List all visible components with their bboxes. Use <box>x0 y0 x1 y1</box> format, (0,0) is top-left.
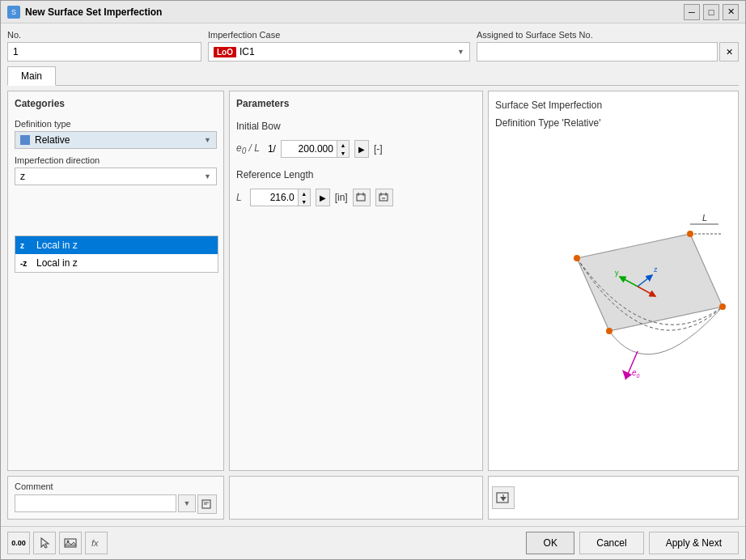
maximize-button[interactable]: □ <box>703 4 719 20</box>
def-type-value: Relative <box>35 134 204 146</box>
eo-label: e0 / L <box>236 142 260 155</box>
footer-btn-fx[interactable]: fx <box>85 532 108 554</box>
main-panel: Categories Definition type Relative ▼ Im… <box>7 91 739 471</box>
apply-next-button[interactable]: Apply & Next <box>649 532 739 554</box>
surface-diagram: L <box>496 185 731 412</box>
cursor-icon <box>38 537 51 549</box>
eo-arrow-btn[interactable]: ▶ <box>354 140 369 158</box>
l-icon-btn1[interactable] <box>353 189 371 206</box>
cancel-button[interactable]: Cancel <box>579 532 643 554</box>
initial-bow-label: Initial Bow <box>236 121 476 132</box>
middle-panel: Parameters Initial Bow e0 / L 1/ ▲ ▼ ▶ [… <box>229 91 483 471</box>
no-label: No. <box>7 30 201 40</box>
dropdown-item-z-local[interactable]: z Local in z <box>15 236 218 254</box>
svg-marker-35 <box>65 542 76 545</box>
eo-unit: [-] <box>374 143 383 155</box>
z-label: Local in z <box>36 240 78 251</box>
dropdown-item-neg-z-local[interactable]: -z Local in z <box>15 254 218 272</box>
comment-section: Comment ▼ <box>7 476 224 520</box>
svg-text:y: y <box>615 269 619 277</box>
svg-marker-21 <box>622 370 632 380</box>
dir-value: z <box>20 171 204 182</box>
title-bar: S New Surface Set Imperfection ─ □ ✕ <box>1 1 745 23</box>
def-type-select[interactable]: Relative ▼ <box>15 131 217 149</box>
comment-dropdown-arrow[interactable]: ▼ <box>178 494 196 512</box>
assigned-clear-button[interactable]: ✕ <box>719 42 739 62</box>
assigned-input[interactable] <box>477 42 718 62</box>
l-spin-down[interactable]: ▼ <box>299 197 310 206</box>
assigned-field-group: Assigned to Surface Sets No. ✕ <box>477 30 739 62</box>
l-input[interactable] <box>250 189 299 206</box>
svg-text:z: z <box>654 265 658 274</box>
footer-btn-numbers[interactable]: 0.00 <box>7 532 30 554</box>
comment-icon-btn[interactable] <box>197 494 217 514</box>
parameters-header: Parameters <box>236 98 476 109</box>
diagram-area: L <box>495 134 731 464</box>
info-line2: Definition Type 'Relative' <box>495 116 731 130</box>
comment-input[interactable] <box>15 494 176 512</box>
l-arrow-btn[interactable]: ▶ <box>316 189 330 206</box>
l-icon-btn2[interactable] <box>375 189 393 206</box>
l-spin-up[interactable]: ▲ <box>299 189 310 197</box>
z-icon: z <box>20 241 32 250</box>
app-icon: S <box>7 6 20 19</box>
svg-text:L: L <box>702 213 707 223</box>
left-panel: Categories Definition type Relative ▼ Im… <box>7 91 224 471</box>
bottom-area: Comment ▼ <box>7 476 739 520</box>
l-unit: [in] <box>335 192 348 203</box>
l-spin-buttons: ▲ ▼ <box>299 189 311 206</box>
content-area: No. Imperfection Case LoO IC1 ▼ Assigned… <box>1 23 745 526</box>
ic-badge: LoO <box>214 47 236 57</box>
eo-spin-down[interactable]: ▼ <box>337 149 349 157</box>
assigned-input-row: ✕ <box>477 42 739 62</box>
def-type-section: Definition type Relative ▼ <box>15 119 217 149</box>
imperfection-dir-label: Imperfection direction <box>15 155 217 165</box>
eo-row: e0 / L 1/ ▲ ▼ ▶ [-] <box>236 140 476 158</box>
diagram-export-btn[interactable] <box>492 486 515 509</box>
comment-input-row: ▼ <box>15 494 217 514</box>
def-type-label: Definition type <box>15 119 217 129</box>
main-window: S New Surface Set Imperfection ─ □ ✕ No.… <box>0 0 746 560</box>
ok-button[interactable]: OK <box>526 532 574 554</box>
ic-field-group: Imperfection Case LoO IC1 ▼ <box>208 30 470 62</box>
tab-bar: Main <box>7 66 739 86</box>
svg-point-13 <box>719 303 726 310</box>
svg-point-12 <box>687 231 693 237</box>
neg-z-icon: -z <box>20 259 32 268</box>
window-title: New Surface Set Imperfection <box>25 6 679 18</box>
top-fields: No. Imperfection Case LoO IC1 ▼ Assigned… <box>7 30 739 62</box>
no-field-group: No. <box>7 30 201 62</box>
dir-arrow: ▼ <box>204 172 211 180</box>
ref-length-label: Reference Length <box>236 169 476 180</box>
fraction-label: 1/ <box>268 143 276 155</box>
eo-input[interactable] <box>281 140 337 158</box>
footer-btn-a[interactable] <box>33 532 56 554</box>
eo-spin-up[interactable]: ▲ <box>337 141 349 149</box>
svg-point-14 <box>606 328 612 334</box>
svg-point-11 <box>574 255 580 261</box>
footer-btn-img[interactable] <box>59 532 82 554</box>
right-panel: Surface Set Imperfection Definition Type… <box>488 91 739 471</box>
ic-label: Imperfection Case <box>208 30 470 40</box>
title-bar-buttons: ─ □ ✕ <box>684 4 739 20</box>
main-tab[interactable]: Main <box>7 66 56 86</box>
dir-select[interactable]: z ▼ <box>15 168 217 185</box>
middle-bottom <box>229 476 483 520</box>
right-bottom <box>488 476 739 520</box>
neg-z-label: Local in z <box>36 257 78 269</box>
close-button[interactable]: ✕ <box>723 4 739 20</box>
footer-right: OK Cancel Apply & Next <box>526 532 739 554</box>
l-row: L ▲ ▼ ▶ [in] <box>236 189 476 206</box>
ic-select[interactable]: LoO IC1 ▼ <box>208 42 470 62</box>
no-input[interactable] <box>7 42 201 62</box>
eo-spin-group: ▲ ▼ <box>281 140 350 158</box>
minimize-button[interactable]: ─ <box>684 4 700 20</box>
l-spin-group: ▲ ▼ <box>250 189 311 206</box>
numbers-icon: 0.00 <box>11 539 26 547</box>
svg-text:fx: fx <box>91 538 99 548</box>
svg-marker-32 <box>41 538 49 548</box>
image-icon <box>64 537 77 549</box>
eo-spin-buttons: ▲ ▼ <box>337 140 350 158</box>
imperfection-dir-section: Imperfection direction z ▼ z Local in z … <box>15 155 217 185</box>
svg-text:e0: e0 <box>632 368 640 379</box>
